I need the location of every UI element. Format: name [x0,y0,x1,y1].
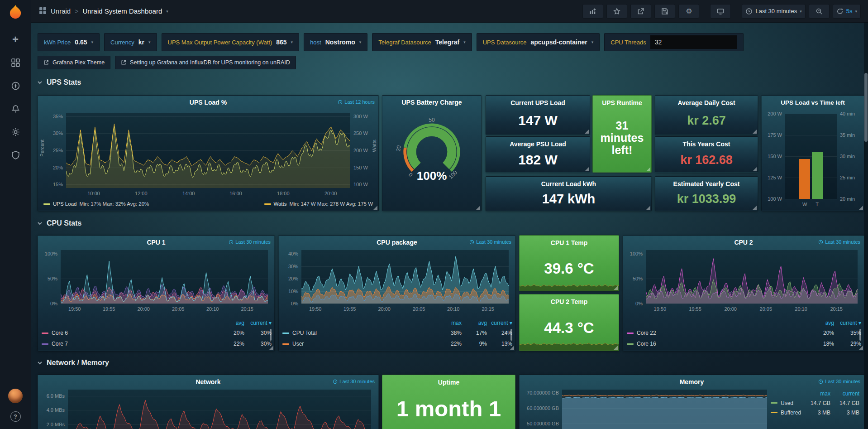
section-ups-stats[interactable]: UPS Stats [37,75,81,90]
bar-T[interactable] [812,152,823,199]
panel-time-range[interactable]: Last 30 minutes [333,379,375,384]
variable-telegraf-datasource[interactable]: Telegraf DatasourceTelegraf▾ [372,33,472,51]
panel-title[interactable]: Average PSU Load [486,137,590,148]
legend-row[interactable]: Core 2220%35% [627,328,861,338]
panel-time-range[interactable]: Last 12 hours [338,99,375,105]
legend-column-avg[interactable]: avg [462,320,487,326]
panel-title[interactable]: Estimated Yearly Cost [655,177,758,188]
refresh-interval-caret[interactable]: ▾ [855,9,857,14]
panel-title[interactable]: UPS Runtime [593,96,651,106]
legend-series-name[interactable]: Buffered [771,410,801,416]
panel-title[interactable]: This Years Cost [655,137,758,148]
panel-title[interactable]: UPS Battery Charge [401,99,462,106]
scrollbar-thumb[interactable] [864,73,868,142]
legend-column-current[interactable]: current ▾ [834,320,861,326]
legend-series-name[interactable]: CPU Total [282,330,436,336]
legend-series-name[interactable]: Core 6 [42,330,217,336]
user-avatar[interactable] [8,389,23,403]
panel-title[interactable]: Current UPS Load [486,96,590,106]
variable-host[interactable]: hostNostromo▾ [304,33,367,51]
admin-shield-icon[interactable] [10,149,21,160]
grafana-logo-icon[interactable] [6,4,24,22]
legend-row[interactable]: Buffered3 MB3 MB [771,408,859,417]
page-scrollbar[interactable] [864,22,868,429]
legend-column-max[interactable]: max [436,320,462,326]
panel-title[interactable]: Network [196,378,220,386]
legend-column-max[interactable]: max [801,390,830,397]
legend-row[interactable]: CPU Total38%17%24% [282,328,512,338]
legend-scrollbar[interactable] [510,329,512,341]
section-cpu-stats[interactable]: CPU Stats [37,216,81,231]
legend-series-name[interactable]: Core 22 [627,330,807,336]
variable-value[interactable]: 865 [276,39,286,46]
variable-value[interactable]: Telegraf [435,39,459,46]
legend-column-avg[interactable]: avg [807,320,834,326]
cpu1-graph[interactable]: 0%50%100%19:5019:5520:0020:0520:1020:15 [40,248,272,314]
refresh-button[interactable]: 5s ▾ [833,4,861,19]
zoom-out-button[interactable] [809,4,830,19]
panel-title[interactable]: UPS Load % [190,99,227,106]
breadcrumb-folder[interactable]: Unraid [51,7,71,15]
legend-column-current[interactable]: current [830,390,859,397]
section-network-memory[interactable]: Network / Memory [37,355,109,371]
panel-title[interactable]: CPU package [377,239,417,246]
load-vs-time-chart[interactable]: 100 W125 W150 W175 W200 W20 min25 min30 … [764,110,861,209]
dashboard-dropdown-caret[interactable]: ▾ [166,9,168,14]
star-button[interactable] [606,4,627,19]
panel-title[interactable]: CPU 2 Temp [520,294,619,305]
panel-title[interactable]: Uptime [382,375,515,386]
breadcrumb-dashboard-title[interactable]: Unraid System Dashboard [82,7,162,15]
cpu-package-graph[interactable]: 0%10%20%30%40%19:5019:5520:0020:0520:102… [281,248,513,314]
panel-title[interactable]: Average Daily Cost [655,96,758,106]
variable-cpu-threads[interactable]: CPU Threads [604,33,744,51]
legend-row[interactable]: User22%9%13% [282,338,512,349]
legend-column-avg[interactable]: avg [217,320,244,326]
alerting-bell-icon[interactable] [10,103,21,114]
configuration-gear-icon[interactable] [10,126,21,137]
create-plus-icon[interactable]: + [10,34,21,45]
variable-value[interactable]: Nostromo [325,39,355,46]
dashboard-grid-icon[interactable] [39,7,47,16]
legend-row[interactable]: Core 722%30% [42,338,272,349]
legend-item[interactable]: WattsMin: 147 W Max: 278 W Avg: 175 W [264,201,373,207]
save-button[interactable] [654,4,675,19]
legend-row[interactable]: Core 1618%29% [627,338,861,349]
legend-row[interactable]: Used14.7 GB14.7 GB [771,398,859,408]
variable-value[interactable]: apcupsd-container [531,39,587,46]
panel-title[interactable]: Memory [680,378,704,386]
legend-series-name[interactable]: Core 7 [42,341,217,347]
ups-load-graph[interactable]: 15%20%25%30%35%100 W150 W200 W250 W300 W… [40,109,377,197]
cycle-view-monitor-icon[interactable] [710,4,731,19]
explore-compass-icon[interactable] [10,80,21,91]
dashboard-link[interactable]: Setting up Grafana and InfluxDB for UPS … [115,56,296,69]
help-icon[interactable]: ? [10,411,21,422]
legend-column-current[interactable]: current ▾ [244,320,272,326]
time-range-picker[interactable]: Last 30 minutes ▾ [742,4,805,19]
legend-series-name[interactable]: Core 16 [627,341,807,347]
panel-title[interactable]: CPU 1 Temp [520,236,619,246]
variable-value[interactable]: 0.65 [75,39,87,46]
variable-ups-max-output-power-capacity-watt-[interactable]: UPS Max Output Power Capacity (Watt)865▾ [162,33,300,51]
share-button[interactable] [630,4,651,19]
panel-time-range[interactable]: Last 30 minutes [229,239,271,245]
variable-input[interactable] [650,35,737,49]
legend-scrollbar[interactable] [859,329,861,341]
panel-title[interactable]: CPU 1 [147,239,165,246]
panel-title[interactable]: CPU 2 [734,239,753,246]
legend-item[interactable]: UPS LoadMin: 17% Max: 32% Avg: 20% [43,201,149,207]
legend-scrollbar[interactable] [270,329,272,341]
dashboard-link[interactable]: Grafana Plex Theme [38,56,110,69]
memory-graph[interactable]: 50.000000 GB60.000000 GB70.000000 GB [521,388,771,429]
dashboards-icon[interactable] [10,57,21,68]
dashboard-settings-gear-icon[interactable]: ⚙ [678,4,699,19]
panel-time-range[interactable]: Last 30 minutes [469,239,511,245]
panel-title[interactable]: Current Load kWh [486,177,651,188]
network-graph[interactable]: 2.0 MBs4.0 MBs6.0 MBs [40,388,377,429]
bar-W[interactable] [799,159,810,199]
legend-row[interactable]: Core 620%30% [42,328,272,338]
variable-currency[interactable]: Currencykr▾ [104,33,157,51]
panel-time-range[interactable]: Last 30 minutes [818,379,860,384]
legend-column-current[interactable]: current ▾ [487,320,512,326]
legend-series-name[interactable]: User [282,341,436,347]
panel-time-range[interactable]: Last 30 minutes [818,239,860,245]
